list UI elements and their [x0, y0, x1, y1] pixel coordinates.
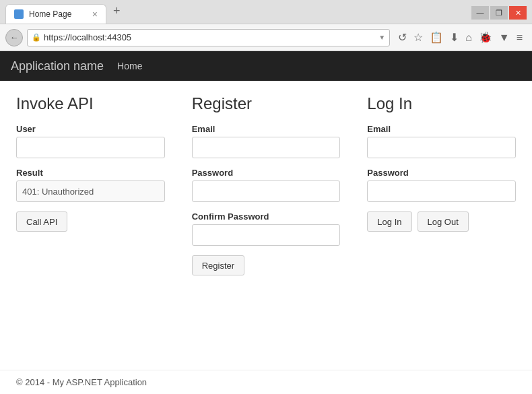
toolbar-icons: ↺ ☆ 📋 ⬇ ⌂ 🐞 ▼ ≡ [394, 31, 527, 44]
tab-label: Home Page [29, 9, 71, 19]
url-text: https://localhost:44305 [44, 32, 376, 42]
login-password-group: Password [367, 168, 516, 202]
app-name: Application name [11, 59, 104, 73]
logout-button[interactable]: Log Out [418, 211, 469, 232]
register-password-label: Password [192, 168, 341, 178]
register-password-input[interactable] [192, 180, 341, 202]
login-email-label: Email [367, 124, 516, 134]
login-password-input[interactable] [367, 180, 516, 202]
url-box[interactable]: 🔒 https://localhost:44305 ▼ [27, 29, 390, 46]
invoke-api-column: Invoke API User Result 401: Unauthorized… [16, 94, 165, 275]
login-button[interactable]: Log In [367, 211, 411, 232]
register-email-group: Email [192, 124, 341, 158]
login-title: Log In [367, 94, 516, 113]
restore-button[interactable]: ❐ [490, 6, 508, 20]
register-column: Register Email Password Confirm Password… [192, 94, 341, 275]
register-confirm-group: Confirm Password [192, 211, 341, 246]
main-columns: Invoke API User Result 401: Unauthorized… [16, 94, 516, 275]
login-email-group: Email [367, 124, 516, 158]
user-label: User [16, 124, 165, 134]
user-group: User [16, 124, 165, 158]
home-icon[interactable]: ⌂ [465, 32, 472, 44]
refresh-icon[interactable]: ↺ [398, 31, 407, 44]
register-confirm-label: Confirm Password [192, 211, 341, 222]
app-navbar: Application name Home [0, 51, 532, 81]
clipboard-icon[interactable]: 📋 [430, 31, 443, 44]
nav-home-link[interactable]: Home [117, 61, 142, 71]
star-icon[interactable]: ☆ [413, 31, 423, 44]
extension-icon[interactable]: 🐞 [479, 31, 492, 44]
footer-text: © 2014 - My ASP.NET Application [16, 377, 147, 387]
register-password-group: Password [192, 168, 341, 202]
register-email-label: Email [192, 124, 341, 134]
close-button[interactable]: ✕ [509, 6, 527, 20]
title-bar: Home Page × + — ❐ ✕ [0, 0, 532, 24]
download-icon[interactable]: ⬇ [450, 31, 459, 44]
user-input[interactable] [16, 137, 165, 158]
minimize-button[interactable]: — [471, 6, 489, 20]
invoke-api-title: Invoke API [16, 94, 165, 113]
register-button[interactable]: Register [192, 255, 244, 275]
lock-icon: 🔒 [32, 33, 41, 42]
tab-icon [14, 9, 24, 19]
footer: © 2014 - My ASP.NET Application [0, 370, 532, 394]
window-controls: — ❐ ✕ [471, 6, 527, 24]
menu-icon[interactable]: ≡ [517, 32, 523, 44]
result-group: Result 401: Unauthorized [16, 168, 165, 202]
result-label: Result [16, 168, 165, 178]
register-title: Register [192, 94, 341, 113]
dropdown-icon[interactable]: ▼ [499, 32, 510, 44]
browser-window: Home Page × + — ❐ ✕ ← 🔒 https://localhos… [0, 0, 532, 394]
register-email-input[interactable] [192, 137, 341, 158]
browser-tab[interactable]: Home Page × [5, 4, 106, 24]
login-email-input[interactable] [367, 137, 516, 158]
login-password-label: Password [367, 168, 516, 178]
new-tab-button[interactable]: + [106, 0, 127, 22]
url-dropdown-icon[interactable]: ▼ [378, 34, 385, 41]
call-api-button[interactable]: Call API [16, 211, 67, 232]
register-confirm-input[interactable] [192, 224, 341, 246]
address-bar: ← 🔒 https://localhost:44305 ▼ ↺ ☆ 📋 ⬇ ⌂ … [0, 24, 532, 51]
login-column: Log In Email Password Log In Log Out [367, 94, 516, 275]
result-display: 401: Unauthorized [16, 180, 165, 202]
tab-close-button[interactable]: × [92, 9, 98, 20]
back-button[interactable]: ← [5, 29, 23, 46]
page-content: Invoke API User Result 401: Unauthorized… [0, 81, 532, 370]
